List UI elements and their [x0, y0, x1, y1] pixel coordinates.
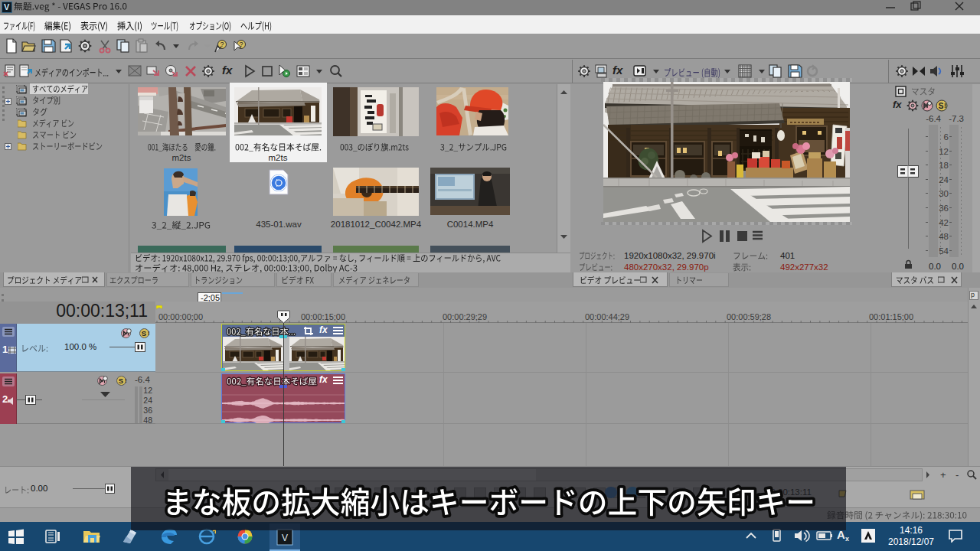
svg-text:!: ! — [125, 377, 127, 384]
svg-text:!: ! — [148, 330, 150, 337]
svg-text:V: V — [282, 533, 288, 543]
svg-text:S: S — [939, 102, 944, 110]
svg-text:!: ! — [944, 102, 946, 109]
svg-text:S: S — [142, 329, 146, 337]
svg-text:S: S — [119, 377, 123, 385]
